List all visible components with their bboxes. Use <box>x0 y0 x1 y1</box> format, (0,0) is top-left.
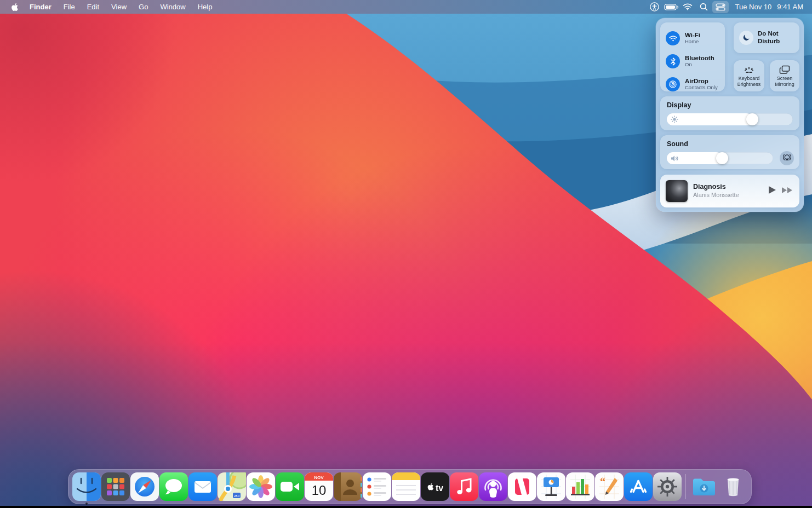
dock-item-trash[interactable] <box>719 472 747 501</box>
active-app-menu[interactable]: Finder <box>30 3 52 11</box>
moon-icon <box>739 31 753 45</box>
macos-desktop: Finder File Edit View Go Window Help <box>0 0 812 508</box>
dock-item-system-preferences[interactable] <box>653 472 682 501</box>
menu-bar-date[interactable]: Tue Nov 10 <box>735 3 772 11</box>
wifi-icon <box>666 31 680 45</box>
dock-item-messages[interactable] <box>159 472 188 501</box>
finder-running-indicator <box>85 503 88 505</box>
keyboard-brightness-icon <box>743 65 755 74</box>
airdrop-status: Contacts Only <box>685 85 718 91</box>
album-art <box>666 180 688 202</box>
dock-item-launchpad[interactable] <box>101 472 130 501</box>
wifi-toggle[interactable]: Wi-Fi Home <box>666 27 723 50</box>
track-artist: Alanis Morissette <box>693 192 768 199</box>
maps-shield-label: 280 <box>234 494 240 498</box>
now-playing-card[interactable]: Diagnosis Alanis Morissette <box>660 175 799 207</box>
menu-go[interactable]: Go <box>139 3 148 11</box>
airdrop-toggle[interactable]: AirDrop Contacts Only <box>666 73 723 96</box>
control-center-panel: Wi-Fi Home Bluetooth On <box>656 18 804 212</box>
screen-mirroring-label: Screen Mirroring <box>770 76 799 88</box>
calendar-month-label: NOV <box>314 475 324 480</box>
apple-menu-icon[interactable] <box>11 3 19 11</box>
menu-file[interactable]: File <box>64 3 75 11</box>
dock-item-podcasts[interactable] <box>479 472 507 501</box>
menu-edit[interactable]: Edit <box>87 3 99 11</box>
dock-item-reminders[interactable] <box>363 472 391 501</box>
menu-help[interactable]: Help <box>198 3 213 11</box>
svg-text:“: “ <box>600 476 605 488</box>
dock-item-keynote[interactable] <box>537 472 565 501</box>
gear-icon <box>657 477 677 497</box>
dock-item-pages[interactable]: “ <box>595 472 624 501</box>
bluetooth-icon <box>666 54 680 68</box>
display-brightness-slider[interactable] <box>667 113 793 125</box>
dnd-label: Do Not Disturb <box>758 30 792 45</box>
display-card: Display <box>660 96 799 130</box>
menu-bar: Finder File Edit View Go Window Help <box>0 0 812 14</box>
calendar-day-label: 10 <box>312 483 327 498</box>
dock-item-downloads[interactable] <box>690 472 718 501</box>
wifi-icon[interactable] <box>679 1 696 13</box>
play-button[interactable] <box>768 186 776 197</box>
display-slider-knob[interactable] <box>746 113 758 125</box>
dock-item-facetime[interactable] <box>276 472 304 501</box>
menu-view[interactable]: View <box>111 3 127 11</box>
dock-item-safari[interactable] <box>130 472 159 501</box>
fast-forward-button[interactable] <box>782 186 793 196</box>
screen-mirroring-icon <box>779 65 790 74</box>
do-not-disturb-toggle[interactable]: Do Not Disturb <box>734 22 799 53</box>
spotlight-search-icon[interactable] <box>696 1 712 13</box>
keyboard-brightness-button[interactable]: Keyboard Brightness <box>734 60 764 91</box>
screen-mirroring-button[interactable]: Screen Mirroring <box>770 60 799 91</box>
sound-label: Sound <box>667 140 688 148</box>
dock-item-photos[interactable] <box>247 472 275 501</box>
dock-item-app-store[interactable] <box>624 472 653 501</box>
volume-slider[interactable] <box>667 152 773 164</box>
dock-item-maps[interactable]: 280 <box>218 472 246 501</box>
dock-item-music[interactable] <box>450 472 478 501</box>
speaker-icon <box>671 154 679 164</box>
dock-item-contacts[interactable] <box>334 472 362 501</box>
track-title: Diagnosis <box>693 183 768 192</box>
control-center-icon[interactable] <box>712 1 729 13</box>
wifi-status: Home <box>685 39 700 45</box>
battery-icon[interactable] <box>663 1 679 13</box>
airplay-audio-button[interactable] <box>780 151 794 165</box>
dock: 280 <box>68 469 752 504</box>
menu-bar-clock[interactable]: 9:41 AM <box>777 3 803 11</box>
dock-item-tv[interactable]: tv <box>421 472 449 501</box>
dock-item-notes[interactable] <box>392 472 420 501</box>
bluetooth-status: On <box>685 62 714 68</box>
airdrop-icon <box>666 77 680 91</box>
dock-item-numbers[interactable] <box>566 472 594 501</box>
accessibility-icon[interactable] <box>647 1 663 13</box>
volume-slider-knob[interactable] <box>716 152 728 164</box>
menu-window[interactable]: Window <box>160 3 185 11</box>
dock-item-calendar[interactable]: NOV 10 <box>305 472 333 501</box>
display-label: Display <box>667 101 691 109</box>
sound-card: Sound <box>660 135 799 169</box>
keyboard-brightness-label: Keyboard Brightness <box>734 76 764 88</box>
bluetooth-toggle[interactable]: Bluetooth On <box>666 50 723 73</box>
dock-item-mail[interactable] <box>188 472 217 501</box>
brightness-sun-icon <box>671 116 678 125</box>
tv-icon-label: tv <box>436 483 443 493</box>
dock-item-finder[interactable] <box>72 472 101 501</box>
dock-separator <box>685 474 686 499</box>
connectivity-card: Wi-Fi Home Bluetooth On <box>660 22 725 91</box>
dock-item-news[interactable] <box>508 472 536 501</box>
